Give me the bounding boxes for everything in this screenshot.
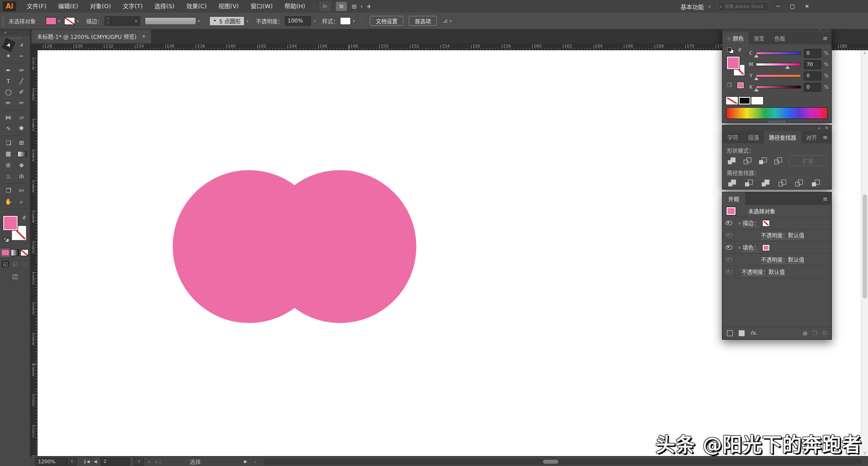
channel-value-input[interactable]: 0 <box>804 49 821 58</box>
reflect-tool[interactable]: ⋈ <box>3 112 14 123</box>
shaper-tool[interactable]: ✏ <box>3 98 14 108</box>
stroke-weight-select[interactable]: ∨ <box>111 16 140 26</box>
gradient-tool[interactable] <box>18 151 27 157</box>
clear-appearance-icon[interactable]: ⊘ <box>802 330 807 337</box>
slider-handle[interactable] <box>785 66 790 69</box>
slider-track-y[interactable] <box>756 74 801 77</box>
chevron-down-icon[interactable]: ∨ <box>246 19 249 23</box>
white-swatch[interactable] <box>751 97 763 105</box>
workspace-switcher[interactable]: 基本功能 ∨ <box>680 0 712 13</box>
menu-file[interactable]: 文件(F) <box>21 0 52 13</box>
puppet-warp-tool[interactable]: ✱ <box>16 123 27 133</box>
tab-swatches[interactable]: 色板 <box>769 32 790 44</box>
free-transform-tool[interactable]: ▱ <box>16 112 27 123</box>
visibility-toggle[interactable] <box>723 266 735 278</box>
intersect-button[interactable] <box>758 156 768 165</box>
fill-color-swatch[interactable] <box>762 244 770 251</box>
style-swatch[interactable] <box>340 17 351 25</box>
direct-selection-tool[interactable]: ➣ <box>14 38 28 52</box>
default-fill-stroke-icon[interactable] <box>3 237 9 242</box>
scroll-left-icon[interactable]: ‹ <box>255 459 256 465</box>
color-spectrum-bar[interactable] <box>726 107 828 119</box>
trim-button[interactable] <box>744 178 754 187</box>
stroke-none-swatch[interactable] <box>762 220 770 227</box>
visibility-toggle[interactable] <box>723 242 735 253</box>
zoom-level-select[interactable]: 1200% <box>35 458 67 466</box>
color-button[interactable] <box>1 249 9 256</box>
chevron-down-icon[interactable]: ∨ <box>134 458 144 466</box>
appearance-row-fill[interactable]: ∨ 填色： <box>723 242 831 254</box>
rocket-icon[interactable]: ✈ <box>367 3 372 10</box>
none-swatch[interactable] <box>726 97 738 105</box>
panel-menu-icon[interactable]: ≡ <box>823 134 828 141</box>
preferences-button[interactable]: 首选项 <box>409 16 437 26</box>
duplicate-item-icon[interactable]: ❐ <box>812 330 817 336</box>
opacity-input[interactable]: 100% <box>285 16 311 26</box>
add-effect-icon[interactable]: fx. <box>750 330 757 336</box>
maximize-button[interactable]: ▢ <box>789 3 796 10</box>
artboard-number-select[interactable]: 2 <box>101 458 130 466</box>
object-color-swatch[interactable] <box>726 207 736 215</box>
arrange-documents-icon[interactable]: ⊞ <box>352 3 357 10</box>
artboard-tool[interactable]: ❐ <box>3 185 14 196</box>
paintbrush-tool[interactable]: ✐ <box>16 87 27 97</box>
search-input[interactable] <box>724 4 769 10</box>
next-artboard-icon[interactable]: ▶ <box>148 459 151 464</box>
ellipse-tool[interactable]: ◯ <box>3 87 14 97</box>
menu-edit[interactable]: 编辑(E) <box>52 0 84 13</box>
tab-appearance[interactable]: 外观 <box>722 192 745 205</box>
menu-select[interactable]: 选择(S) <box>148 0 180 13</box>
magic-wand-tool[interactable]: ✶ <box>3 51 14 61</box>
tab-character[interactable]: 字符 <box>722 131 743 143</box>
tab-color[interactable]: ◇颜色 <box>722 32 749 44</box>
hand-tool[interactable]: ✋ <box>3 196 14 207</box>
slider-track-c[interactable] <box>756 52 801 55</box>
fill-color-swatch[interactable] <box>46 17 57 25</box>
opacity-link[interactable]: 不透明度：默认值 <box>761 231 804 239</box>
chevron-down-icon[interactable]: ∨ <box>738 221 741 225</box>
selection-tool[interactable]: ➤ <box>1 38 15 52</box>
chevron-down-icon[interactable]: ∨ <box>198 19 200 23</box>
chevron-down-icon[interactable]: ∨ <box>58 19 61 23</box>
chevron-down-icon[interactable]: ∨ <box>738 246 741 250</box>
ruler-corner[interactable] <box>30 43 38 50</box>
shape-builder-tool[interactable]: ❑ <box>3 138 14 148</box>
stock-button[interactable]: St <box>336 2 347 11</box>
opacity-link[interactable]: 不透明度：默认值 <box>741 268 785 276</box>
menu-window[interactable]: 窗口(W) <box>245 0 278 13</box>
visibility-toggle[interactable] <box>723 229 735 241</box>
minus-back-button[interactable] <box>811 178 821 187</box>
close-icon[interactable]: ✕ <box>142 34 146 39</box>
fill-swatch[interactable] <box>3 216 18 230</box>
type-tool[interactable]: T <box>3 76 14 86</box>
stroke-weight-stepper[interactable]: ⌃ ⌄ <box>104 16 111 26</box>
web-color-cube-icon[interactable]: ❒ <box>727 82 732 88</box>
fill-swatch[interactable] <box>727 57 740 69</box>
divide-button[interactable] <box>727 178 737 187</box>
pink-circle-right[interactable] <box>264 170 416 323</box>
slider-handle[interactable] <box>754 77 759 80</box>
document-setup-button[interactable]: 文档设置 <box>370 16 403 26</box>
outline-button[interactable] <box>794 178 804 187</box>
tab-pathfinder[interactable]: 路径查找器 <box>764 131 801 143</box>
bridge-button[interactable]: Br <box>320 2 330 11</box>
merge-button[interactable] <box>760 178 770 187</box>
pen-tool[interactable]: ✒ <box>3 65 14 76</box>
visibility-toggle[interactable] <box>723 217 735 229</box>
eyedropper-tool[interactable]: ✇ <box>3 160 14 171</box>
current-color-chip[interactable] <box>737 82 744 89</box>
tab-gradient[interactable]: 渐变 <box>749 32 769 44</box>
panel-menu-icon[interactable]: ≡ <box>823 195 828 202</box>
slider-track-m[interactable] <box>756 63 801 66</box>
zoom-tool[interactable]: ⌕ <box>16 196 27 207</box>
menu-view[interactable]: 视图(V) <box>212 0 245 13</box>
appearance-row-opacity[interactable]: 不透明度：默认值 <box>723 266 831 278</box>
close-button[interactable]: ✕ <box>804 3 810 10</box>
vertical-scroll-thumb[interactable] <box>863 195 867 299</box>
stock-search[interactable]: ⌕ <box>718 2 769 11</box>
scroll-down-icon[interactable]: ∨ <box>861 451 868 455</box>
swap-fill-stroke-icon[interactable]: ⇄ <box>21 214 27 221</box>
screen-mode-button[interactable]: ◫ <box>0 273 30 280</box>
stepper-down-icon[interactable]: ⌄ <box>106 21 109 24</box>
chevron-down-icon[interactable]: ∨ <box>449 19 452 23</box>
